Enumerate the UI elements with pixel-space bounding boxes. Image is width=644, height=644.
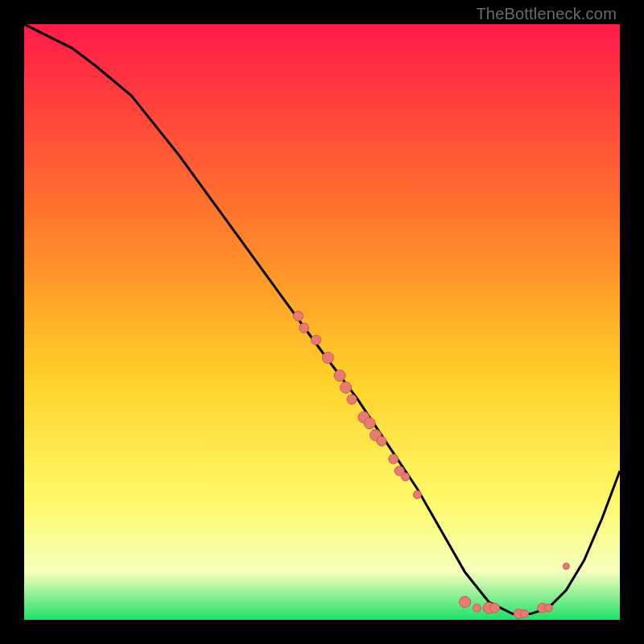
data-point	[490, 603, 500, 613]
data-point	[293, 312, 303, 321]
data-point	[389, 454, 398, 464]
data-point	[299, 323, 309, 332]
data-points	[293, 312, 569, 619]
data-point	[334, 370, 345, 382]
data-point	[544, 604, 552, 612]
data-point	[377, 436, 386, 446]
data-point	[402, 473, 410, 481]
data-point	[521, 610, 529, 618]
chart-svg	[24, 24, 620, 620]
plot-area	[24, 24, 620, 620]
data-point	[322, 352, 333, 363]
watermark-text: TheBottleneck.com	[476, 5, 617, 23]
data-point	[341, 382, 352, 393]
data-point	[347, 394, 357, 404]
data-point	[312, 335, 321, 345]
data-point	[413, 491, 421, 499]
data-point	[460, 597, 471, 608]
data-point	[364, 418, 375, 429]
chart-frame: TheBottleneck.com	[0, 0, 644, 644]
data-point	[563, 563, 569, 569]
data-point	[473, 604, 481, 612]
bottleneck-curve	[24, 24, 620, 614]
